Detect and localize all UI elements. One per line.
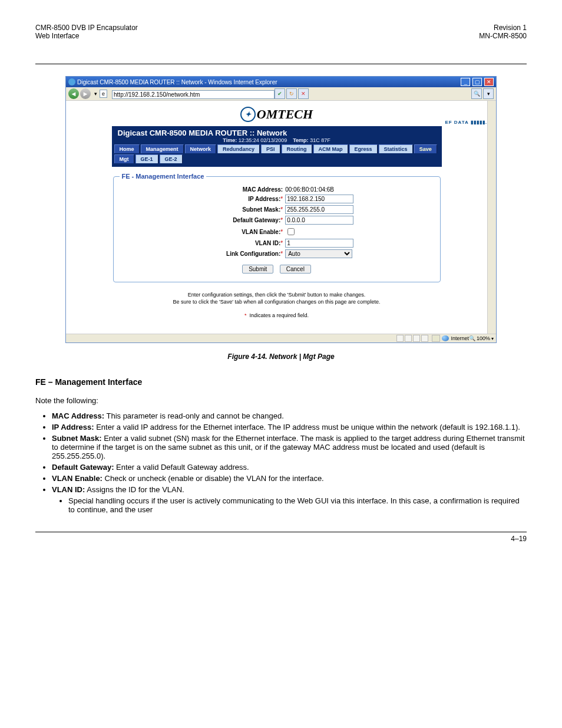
- window-titlebar: Digicast CMR-8500 MEDIA ROUTER :: Networ…: [66, 77, 496, 87]
- tab-ge2[interactable]: GE-2: [160, 154, 183, 163]
- search-dropdown[interactable]: ▾: [483, 88, 494, 99]
- list-item: IP Address: Enter a valid IP address for…: [52, 423, 527, 431]
- tab-statistics[interactable]: Statistics: [379, 144, 413, 153]
- doc-sub-left: Web Interface: [35, 32, 79, 40]
- status-bar: Internet 🔍 100% ▾: [66, 334, 496, 342]
- internet-zone-label: Internet: [451, 335, 469, 341]
- page-title: Digicast CMR-8500 MEDIA ROUTER :: Networ…: [112, 126, 442, 137]
- temp-value: 31C 87F: [310, 137, 330, 143]
- section-heading: FE – Management Interface: [35, 377, 527, 387]
- list-item: MAC Address: This parameter is read-only…: [52, 411, 527, 420]
- tab-egress[interactable]: Egress: [349, 144, 378, 153]
- brand-logo: ✦ OMTECH EF DATA ▮▮▮▮▮.: [66, 104, 487, 126]
- fieldset-legend: FE - Management Interface: [120, 173, 207, 180]
- search-button[interactable]: 🔍: [471, 88, 482, 99]
- vlan-id-label: VLAN ID:: [255, 240, 280, 246]
- tab-save[interactable]: Save: [414, 144, 437, 153]
- gateway-input[interactable]: [285, 216, 353, 225]
- window-title: Digicast CMR-8500 MEDIA ROUTER :: Networ…: [77, 79, 277, 85]
- help-line1: Enter configuration settings, then click…: [112, 292, 442, 299]
- zoom-value: 100%: [477, 335, 490, 341]
- vlan-enable-checkbox[interactable]: [287, 228, 295, 235]
- doc-header-right: Revision 1: [494, 24, 527, 32]
- forward-button[interactable]: ►: [80, 88, 91, 99]
- section-intro: Note the following:: [35, 395, 527, 407]
- page-content: ✦ OMTECH EF DATA ▮▮▮▮▮. Digicast CMR-850…: [66, 101, 487, 334]
- mgt-interface-fieldset: FE - Management Interface MAC Address: 0…: [113, 173, 441, 282]
- stop-button[interactable]: ✕: [298, 88, 309, 99]
- mac-label: MAC Address:: [243, 186, 283, 193]
- zoom-icon[interactable]: 🔍: [469, 335, 475, 341]
- tab-mgt[interactable]: Mgt: [114, 154, 134, 163]
- scrollbar[interactable]: [487, 101, 496, 334]
- tab-management[interactable]: Management: [141, 144, 184, 153]
- tab-network[interactable]: Network: [185, 144, 217, 153]
- mac-value: 00:06:B0:01:04:6B: [285, 186, 334, 193]
- browser-toolbar: ◄ ► ▾ e ✔ ↻ ✕ 🔍 ▾: [66, 87, 496, 101]
- maximize-button[interactable]: ▢: [472, 78, 482, 86]
- vlan-id-input[interactable]: [285, 239, 353, 248]
- time-label: Time:: [223, 137, 237, 143]
- list-item: Special handling occurs if the user is a…: [68, 496, 527, 514]
- temp-label: Temp:: [293, 137, 308, 143]
- vlan-enable-label: VLAN Enable:: [242, 229, 280, 235]
- subnet-input[interactable]: [285, 205, 353, 214]
- tab-redundancy[interactable]: Redundancy: [217, 144, 260, 153]
- figure-caption: Figure 4-14. Network | Mgt Page: [35, 353, 527, 361]
- link-config-select[interactable]: Auto: [285, 249, 352, 258]
- bullet-list: MAC Address: This parameter is read-only…: [35, 411, 527, 514]
- logo-globe-icon: ✦: [240, 107, 256, 122]
- help-line2: Be sure to click the 'Save' tab when all…: [112, 299, 442, 306]
- list-item: Subnet Mask: Enter a valid subnet (SN) m…: [52, 434, 527, 460]
- internet-zone-icon: [442, 335, 449, 341]
- tab-ge1[interactable]: GE-1: [135, 154, 158, 163]
- submit-button[interactable]: Submit: [242, 265, 273, 274]
- address-input[interactable]: [112, 90, 275, 99]
- time-value: 12:35:24 02/13/2009: [239, 137, 287, 143]
- tab-home[interactable]: Home: [114, 144, 140, 153]
- zoom-dropdown[interactable]: ▾: [491, 336, 494, 341]
- tab-psi[interactable]: PSI: [261, 144, 280, 153]
- ie-icon: [68, 78, 75, 85]
- gw-label: Default Gateway:: [233, 217, 280, 223]
- ip-input[interactable]: [285, 195, 353, 203]
- status-segment: [413, 335, 420, 342]
- back-button[interactable]: ◄: [68, 88, 79, 99]
- refresh-button[interactable]: ↻: [286, 88, 297, 99]
- doc-header-left: CMR-8500 DVB IP Encapsulator: [35, 24, 138, 32]
- list-item: Default Gateway: Enter a valid Default G…: [52, 463, 527, 472]
- list-item: VLAN ID: Assigns the ID for the VLAN. Sp…: [52, 485, 527, 514]
- link-label: Link Configuration:: [226, 251, 280, 257]
- page-type-icon: e: [100, 90, 107, 98]
- tab-acm-map[interactable]: ACM Map: [313, 144, 348, 153]
- go-button[interactable]: ✔: [275, 88, 285, 99]
- sn-label: Subnet Mask:: [242, 206, 280, 213]
- tabs-primary: Home Management Network Redundancy PSI R…: [112, 144, 442, 154]
- browser-window: Digicast CMR-8500 MEDIA ROUTER :: Networ…: [65, 76, 497, 343]
- status-segment: [405, 335, 412, 342]
- ip-label: IP Address:: [248, 196, 280, 202]
- minimize-button[interactable]: _: [461, 78, 470, 86]
- tabs-secondary: Mgt GE-1 GE-2: [112, 154, 442, 167]
- list-item: VLAN Enable: Check or uncheck (enable or…: [52, 474, 527, 483]
- doc-sub-right: MN-CMR-8500: [479, 32, 527, 40]
- status-segment: [421, 335, 428, 342]
- help-required: Indicates a required field.: [249, 312, 309, 318]
- status-segment: [396, 335, 404, 342]
- page-number: 4–19: [511, 535, 527, 543]
- nav-dropdown[interactable]: ▾: [94, 91, 97, 97]
- security-icon: [432, 335, 440, 342]
- cancel-button[interactable]: Cancel: [280, 265, 311, 274]
- close-button[interactable]: ✕: [484, 78, 494, 86]
- tab-routing[interactable]: Routing: [282, 144, 312, 153]
- logo-text: OMTECH: [257, 107, 313, 122]
